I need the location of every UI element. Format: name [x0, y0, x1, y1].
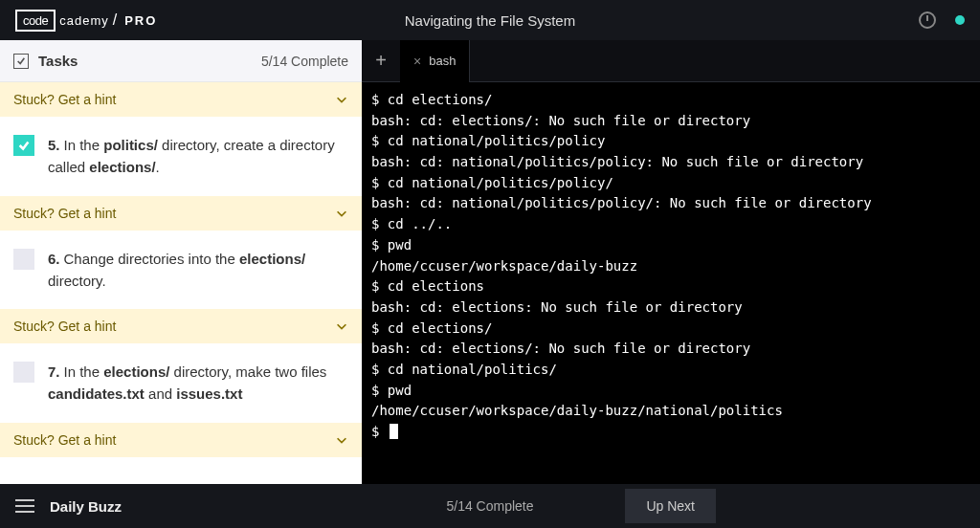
- chevron-down-icon: [335, 207, 348, 220]
- task-row: 6.Change directories into the elections/…: [0, 231, 362, 310]
- task-row: 7.In the elections/ directory, make two …: [0, 343, 362, 423]
- new-tab-button[interactable]: +: [362, 40, 400, 82]
- hint-toggle[interactable]: Stuck? Get a hint: [0, 82, 362, 117]
- chevron-down-icon: [335, 433, 348, 447]
- hint-toggle[interactable]: Stuck? Get a hint: [0, 196, 362, 231]
- task-row: 5.In the politics/ directory, create a d…: [0, 117, 362, 196]
- terminal-panel: + × bash $ cd elections/bash: cd: electi…: [362, 40, 980, 484]
- tab-label: bash: [429, 54, 456, 68]
- tasks-progress: 5/14 Complete: [261, 54, 348, 69]
- hint-label: Stuck? Get a hint: [13, 432, 116, 448]
- hint-toggle[interactable]: Stuck? Get a hint: [0, 423, 362, 457]
- task-check-todo-icon[interactable]: [13, 362, 34, 383]
- hint-label: Stuck? Get a hint: [13, 319, 116, 334]
- hint-label: Stuck? Get a hint: [13, 92, 116, 107]
- logo-sep: /: [113, 11, 117, 29]
- menu-icon[interactable]: [15, 499, 34, 513]
- footer-progress: 5/14 Complete: [446, 498, 533, 514]
- status-dot-icon[interactable]: [955, 15, 965, 25]
- task-num: 6.: [48, 251, 60, 267]
- clock-icon[interactable]: [919, 11, 936, 29]
- chevron-down-icon: [335, 93, 348, 106]
- logo-pro: PRO: [124, 13, 157, 28]
- task-num: 5.: [48, 137, 60, 153]
- logo-box: code: [15, 10, 56, 32]
- task-instruction: In the elections/ directory, make two fi…: [48, 363, 326, 402]
- close-icon[interactable]: ×: [413, 54, 421, 69]
- task-instruction: In the politics/ directory, create a dir…: [48, 137, 335, 175]
- chevron-down-icon: [335, 319, 348, 333]
- hint-label: Stuck? Get a hint: [13, 206, 116, 221]
- tasks-check-icon: [13, 54, 29, 69]
- task-instruction: Change directories into the elections/ d…: [48, 251, 305, 289]
- tasks-header: Tasks 5/14 Complete: [0, 40, 362, 82]
- task-check-todo-icon[interactable]: [13, 249, 34, 270]
- lesson-title: Navigating the File System: [405, 12, 575, 29]
- terminal-output[interactable]: $ cd elections/bash: cd: elections/: No …: [362, 82, 980, 484]
- up-next-button[interactable]: Up Next: [625, 489, 716, 523]
- project-name: Daily Buzz: [50, 498, 122, 515]
- task-num: 7.: [48, 363, 60, 380]
- tasks-title: Tasks: [38, 53, 261, 69]
- hint-toggle[interactable]: Stuck? Get a hint: [0, 309, 362, 343]
- terminal-tabbar: + × bash: [362, 40, 980, 82]
- logo[interactable]: code cademy / PRO: [15, 10, 157, 32]
- task-check-done-icon[interactable]: [13, 135, 34, 156]
- logo-text: cademy: [59, 13, 109, 28]
- terminal-tab[interactable]: × bash: [400, 40, 470, 82]
- tasks-panel: Tasks 5/14 Complete Stuck? Get a hint 5.…: [0, 40, 362, 484]
